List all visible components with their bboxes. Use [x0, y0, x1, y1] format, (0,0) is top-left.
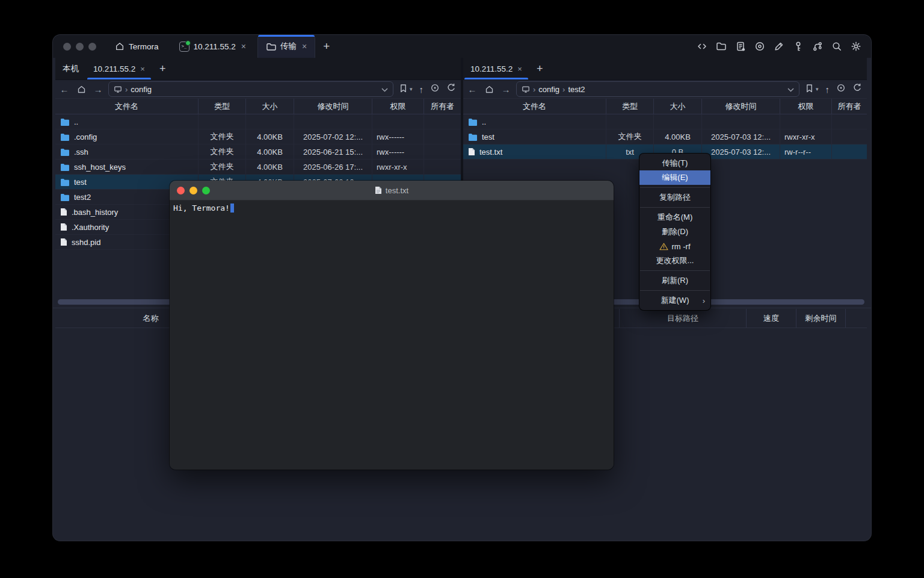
editor-text: Hi, Termora!	[173, 204, 230, 213]
code-icon[interactable]	[697, 41, 707, 52]
forward-button[interactable]: →	[499, 84, 513, 95]
column-header[interactable]: 所有者	[424, 99, 461, 114]
maximize-window-button[interactable]	[88, 43, 96, 51]
parent-dir-button[interactable]: ↑	[419, 84, 424, 95]
editor-window: test.txt Hi, Termora!	[170, 181, 614, 470]
keychain-icon[interactable]	[812, 41, 823, 52]
folder-icon	[468, 133, 478, 141]
new-tab-button[interactable]: +	[315, 35, 337, 58]
column-header[interactable]: 类型	[606, 99, 654, 114]
bookmark-icon[interactable]	[805, 84, 813, 95]
table-row[interactable]: ..	[55, 114, 461, 129]
eye-icon[interactable]	[430, 83, 440, 95]
bookmark-caret-icon[interactable]: ▾	[816, 86, 819, 92]
new-pane-tab-button[interactable]: +	[152, 58, 173, 79]
close-window-button[interactable]	[177, 187, 185, 194]
breadcrumb-segment[interactable]: config	[131, 85, 152, 94]
column-header[interactable]: 大小	[654, 99, 702, 114]
menu-item-new[interactable]: 新建(W) ›	[639, 293, 710, 308]
new-pane-tab-button[interactable]: +	[529, 58, 550, 79]
column-header[interactable]: 大小	[246, 99, 294, 114]
menu-item-rm-rf[interactable]: rm -rf	[639, 239, 710, 253]
column-header[interactable]: 修改时间	[294, 99, 372, 114]
menu-item-transfer[interactable]: 传输(T)	[639, 156, 710, 170]
column-header[interactable]: 所有者	[832, 99, 867, 114]
left-path-input[interactable]: › config	[108, 81, 393, 97]
folder-icon[interactable]	[716, 41, 727, 52]
folder-icon	[60, 163, 70, 171]
table-row[interactable]: .config 文件夹 4.00KB 2025-07-02 12:... rwx…	[55, 129, 461, 144]
back-button[interactable]: ←	[58, 84, 71, 95]
chevron-down-icon[interactable]	[787, 85, 794, 94]
forward-button[interactable]: →	[91, 84, 105, 95]
column-header[interactable]: 权限	[780, 99, 832, 114]
tab-remote-right[interactable]: 10.211.55.2 ×	[463, 58, 529, 79]
key-icon[interactable]	[793, 41, 804, 52]
tab-host-label: 10.211.55.2	[194, 42, 236, 51]
folder-icon	[60, 133, 70, 141]
search-icon[interactable]	[831, 41, 842, 52]
tab-home[interactable]: Termora	[107, 35, 167, 58]
home-button[interactable]	[482, 85, 496, 94]
table-row[interactable]: test 文件夹 4.00KB 2025-07-03 12:... rwxr-x…	[463, 129, 867, 144]
right-path-input[interactable]: › config › test2	[516, 81, 799, 97]
app-window: Termora >_ 10.211.55.2 × 传输 × +	[53, 35, 871, 541]
menu-item-edit[interactable]: 编辑(E)	[639, 170, 710, 185]
submenu-arrow-icon: ›	[703, 296, 705, 305]
record-icon[interactable]	[754, 41, 765, 52]
table-row[interactable]: ssh_host_keys 文件夹 4.00KB 2025-06-26 17:.…	[55, 160, 461, 175]
close-window-button[interactable]	[63, 43, 71, 51]
log-icon[interactable]	[735, 41, 746, 52]
editor-title: test.txt	[170, 186, 614, 195]
connected-dot	[185, 40, 191, 46]
tab-remote-left[interactable]: 10.211.55.2 ×	[86, 58, 152, 79]
eye-icon[interactable]	[836, 83, 846, 95]
table-row[interactable]: .ssh 文件夹 4.00KB 2025-06-21 15:... rwx---…	[55, 144, 461, 160]
menu-item-refresh[interactable]: 刷新(R)	[639, 273, 710, 288]
file-icon	[60, 238, 67, 246]
column-header[interactable]: 速度	[747, 309, 796, 328]
folder-icon	[468, 118, 478, 126]
back-button[interactable]: ←	[466, 84, 479, 95]
menu-separator	[640, 187, 710, 188]
close-icon[interactable]: ×	[140, 65, 145, 73]
column-header[interactable]: 修改时间	[702, 99, 780, 114]
column-header[interactable]: 文件名	[55, 99, 199, 114]
tab-local[interactable]: 本机	[55, 58, 86, 79]
column-header[interactable]: 目标路径	[620, 309, 747, 328]
right-table-body: .. test 文件夹 4.00KB 2025-07-03 12:... rwx…	[463, 114, 867, 160]
computer-icon	[522, 85, 530, 93]
home-button[interactable]	[75, 85, 88, 94]
minimize-window-button[interactable]	[76, 43, 84, 51]
breadcrumb-segment[interactable]: test2	[568, 85, 585, 94]
editor-titlebar[interactable]: test.txt	[170, 181, 614, 200]
close-icon[interactable]: ×	[302, 42, 307, 51]
menu-item-copy-path[interactable]: 复制路径	[639, 190, 710, 205]
settings-icon[interactable]	[851, 41, 861, 52]
column-header[interactable]: 剩余时间	[796, 309, 846, 328]
menu-item-rename[interactable]: 重命名(M)	[639, 210, 710, 225]
column-header[interactable]: 文件名	[463, 99, 606, 114]
tab-transfer[interactable]: 传输 ×	[257, 35, 315, 58]
refresh-icon[interactable]	[446, 83, 456, 95]
menu-item-chmod[interactable]: 更改权限...	[639, 253, 710, 268]
minimize-window-button[interactable]	[189, 187, 197, 194]
close-icon[interactable]: ×	[241, 42, 246, 51]
folder-icon	[60, 178, 70, 186]
menu-item-delete[interactable]: 删除(D)	[639, 225, 710, 239]
chevron-down-icon[interactable]	[381, 85, 388, 94]
breadcrumb-segment[interactable]: config	[538, 85, 559, 94]
close-icon[interactable]: ×	[517, 65, 522, 73]
table-row[interactable]: ..	[463, 114, 867, 129]
editor-content[interactable]: Hi, Termora!	[170, 200, 614, 470]
parent-dir-button[interactable]: ↑	[825, 84, 830, 95]
refresh-icon[interactable]	[852, 83, 862, 95]
tab-host-session[interactable]: >_ 10.211.55.2 ×	[171, 35, 254, 58]
bookmark-caret-icon[interactable]: ▾	[410, 86, 413, 92]
terminal-icon: >_	[179, 42, 189, 52]
edit-icon[interactable]	[774, 41, 784, 52]
column-header[interactable]: 权限	[372, 99, 424, 114]
maximize-window-button[interactable]	[202, 187, 210, 194]
bookmark-icon[interactable]	[399, 84, 407, 95]
column-header[interactable]: 类型	[199, 99, 246, 114]
